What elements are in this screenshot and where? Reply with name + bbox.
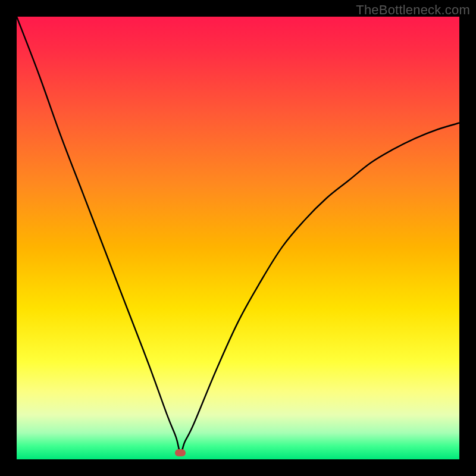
bottleneck-curve: [17, 17, 459, 459]
watermark-text: TheBottleneck.com: [356, 2, 470, 18]
curve-path: [17, 17, 459, 453]
chart-frame: [17, 17, 459, 459]
minimum-marker: [175, 449, 186, 456]
